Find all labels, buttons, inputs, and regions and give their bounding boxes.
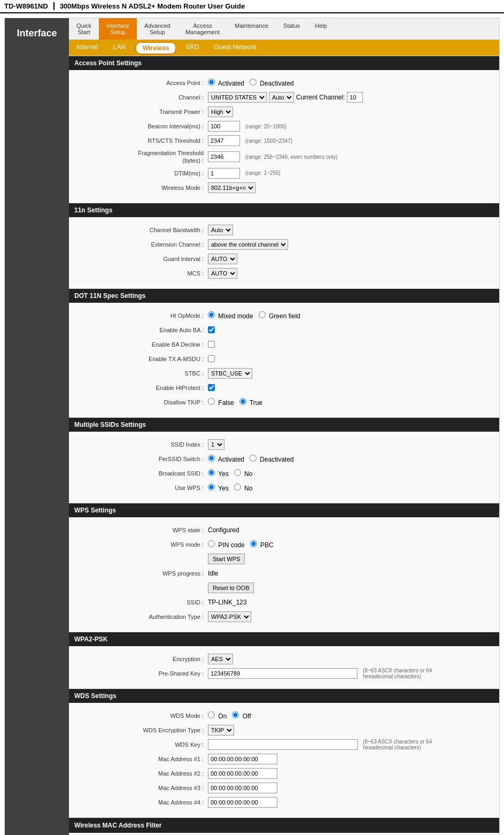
field-guard-interval: Guard Interval : AUTO [101,253,489,265]
radio-true-input[interactable] [239,398,246,405]
input-wds-mac2[interactable] [208,768,277,779]
val-extension-channel: above the control channel [208,239,288,250]
val-encryption: AES [208,654,233,664]
nav-maintenance[interactable]: Maintenance [227,18,276,40]
input-frag-threshold[interactable] [208,151,240,162]
nav-quick-start[interactable]: QuickStart [69,18,99,40]
input-dtim[interactable] [208,168,240,179]
label-ssid-index: SSID Index : [101,441,208,448]
radio-activated[interactable]: Activated [208,79,244,87]
label-wds-encryption: WDS Encryption Type : [101,727,208,733]
checkbox-auto-ba[interactable] [208,326,215,333]
radio-wds-off[interactable]: Off [232,711,251,720]
val-wps-progress: Idle [208,570,218,577]
btn-start-wps[interactable]: Start WPS [208,554,245,564]
nav-status[interactable]: Status [276,18,307,40]
radio-activated-input[interactable] [208,79,215,86]
radio-wps-yes[interactable]: Yes [208,484,229,492]
checkbox-ba-decline[interactable] [208,341,215,348]
select-channel-bandwidth[interactable]: Auto [208,225,233,235]
label-ht-opmode: Ht OpMode : [101,312,208,319]
val-ssid-index: 1 [208,439,224,450]
radio-pbc[interactable]: PBC [250,540,274,549]
field-transmit-power: Transmit Power : High [101,106,489,118]
radio-perssid-deactivated[interactable]: Deactivated [250,455,294,463]
radio-pin-code[interactable]: PIN code [208,540,245,549]
radio-mixed-input[interactable] [208,311,215,318]
nav-help[interactable]: Help [307,18,335,40]
subnav-lan[interactable]: LAN [106,41,133,56]
field-rts-threshold: RTS/CTS Threshold : (range: 1500~2347) [101,135,489,147]
radio-broadcast-no[interactable]: No [234,469,253,478]
label-rts-threshold: RTS/CTS Threshold : [101,137,208,144]
select-wireless-mode[interactable]: 802.11b+g+n [208,182,255,193]
radio-broadcast-yes-input[interactable] [208,469,215,476]
radio-wds-off-input[interactable] [232,711,239,718]
val-broadcast-ssid: Yes No [208,469,252,478]
input-wds-key[interactable] [208,739,358,750]
select-wds-encryption[interactable]: TKIP [208,725,234,736]
label-enable-ba-decline: Enable BA Decline : [101,341,208,348]
input-beacon-interval[interactable] [208,121,240,132]
val-transmit-power: High [208,106,233,117]
subnav-wireless[interactable]: Wireless [135,42,176,55]
btn-reset-oob[interactable]: Reset to OOB [208,583,254,593]
radio-broadcast-yes[interactable]: Yes [208,469,229,478]
select-stbc[interactable]: STBC_USE [208,368,252,379]
radio-mixed-mode[interactable]: Mixed mode [208,311,253,320]
val-channel-bandwidth: Auto [208,225,233,235]
input-wds-mac4[interactable] [208,797,277,808]
radio-true[interactable]: True [239,398,262,407]
subnav-6rd[interactable]: 6RD [179,41,206,56]
radio-perssid-activated[interactable]: Activated [208,455,244,463]
val-frag-threshold: (range: 256~2346, even numbers only) [208,151,338,162]
val-stbc: STBC_USE [208,368,252,379]
nav-interface-setup[interactable]: InterfaceSetup [99,18,137,40]
radio-pbc-input[interactable] [250,540,257,547]
select-channel-country[interactable]: UNITED STATES [208,92,267,103]
field-use-wps: Use WPS : Yes No [101,482,489,494]
val-wds-mac1 [208,754,277,764]
radio-wps-no-input[interactable] [234,484,241,491]
section-multiple-ssids-body: SSID Index : 1 PerSSID Switch : Activate… [69,432,499,503]
select-channel-auto[interactable]: Auto [269,92,294,103]
radio-broadcast-no-input[interactable] [234,469,241,476]
radio-green-field[interactable]: Green field [259,311,300,320]
select-encryption[interactable]: AES [208,654,233,664]
radio-wps-yes-input[interactable] [208,484,215,491]
nav-access-management[interactable]: AccessManagement [178,18,227,40]
select-auth-type[interactable]: WPA2-PSK [208,611,251,622]
label-enable-htprotect: Enable HtProtect : [101,385,208,391]
select-transmit-power[interactable]: High [208,106,233,117]
checkbox-htprotect[interactable] [208,384,215,391]
radio-deactivated[interactable]: Deactivated [250,79,294,87]
radio-pin-input[interactable] [208,540,215,547]
radio-wds-on-input[interactable] [208,711,215,718]
subnav-guest-network[interactable]: Guest Network [206,41,263,56]
radio-false-input[interactable] [208,398,215,405]
select-ssid-index[interactable]: 1 [208,439,224,450]
select-extension-channel[interactable]: above the control channel [208,239,288,250]
checkbox-tx-amsdu[interactable] [208,355,215,362]
select-guard-interval[interactable]: AUTO [208,254,237,264]
field-channel-bandwidth: Channel Bandwidth : Auto [101,224,489,236]
radio-wps-no[interactable]: No [234,484,253,492]
nav-advanced-setup[interactable]: AdvancedSetup [137,18,178,40]
radio-false[interactable]: False [208,398,234,407]
field-frag-threshold: Fragmentation Threshold(bytes) : (range:… [101,149,489,165]
input-wds-mac1[interactable] [208,754,277,764]
input-rts-threshold[interactable] [208,135,240,146]
radio-wds-on[interactable]: On [208,711,227,720]
input-current-channel[interactable] [347,92,363,103]
select-mcs[interactable]: AUTO [208,268,237,279]
radio-green-input[interactable] [259,311,266,318]
val-wps-state: Configured [208,526,239,534]
label-wps-mode: WPS mode : [101,541,208,548]
radio-perssid-act-input[interactable] [208,455,215,462]
input-wds-mac3[interactable] [208,783,277,793]
subnav-internet[interactable]: Internet [69,41,106,56]
field-start-wps: Start WPS [101,553,489,565]
radio-deactivated-input[interactable] [250,79,257,86]
input-pre-shared-key[interactable] [208,668,358,679]
radio-perssid-deact-input[interactable] [250,455,257,462]
